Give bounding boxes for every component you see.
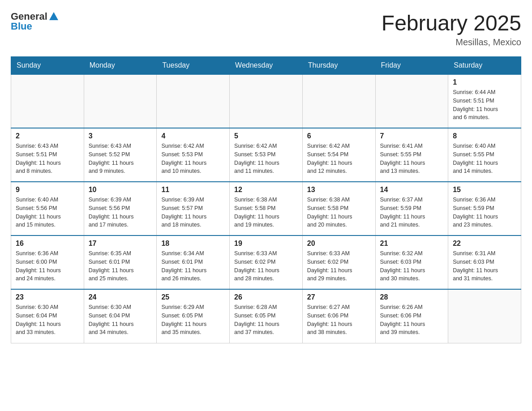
day-info: Sunrise: 6:39 AMSunset: 5:56 PMDaylight:… xyxy=(89,196,152,229)
day-number: 3 xyxy=(89,132,152,140)
weekday-header-friday: Friday xyxy=(375,57,448,75)
calendar-cell: 22Sunrise: 6:31 AMSunset: 6:03 PMDayligh… xyxy=(448,235,521,289)
calendar-cell: 15Sunrise: 6:36 AMSunset: 5:59 PMDayligh… xyxy=(448,182,521,235)
week-row-3: 9Sunrise: 6:40 AMSunset: 5:56 PMDaylight… xyxy=(11,182,521,235)
day-info: Sunrise: 6:44 AMSunset: 5:51 PMDaylight:… xyxy=(453,88,516,122)
calendar-cell: 9Sunrise: 6:40 AMSunset: 5:56 PMDaylight… xyxy=(11,182,84,235)
day-number: 13 xyxy=(307,186,371,194)
calendar-cell: 7Sunrise: 6:41 AMSunset: 5:55 PMDaylight… xyxy=(375,128,448,182)
day-info: Sunrise: 6:30 AMSunset: 6:04 PMDaylight:… xyxy=(89,303,152,337)
calendar-cell: 19Sunrise: 6:33 AMSunset: 6:02 PMDayligh… xyxy=(230,235,303,289)
day-info: Sunrise: 6:38 AMSunset: 5:58 PMDaylight:… xyxy=(234,196,298,229)
day-info: Sunrise: 6:30 AMSunset: 6:04 PMDaylight:… xyxy=(16,303,79,337)
day-info: Sunrise: 6:42 AMSunset: 5:54 PMDaylight:… xyxy=(307,142,371,176)
day-number: 9 xyxy=(16,186,79,194)
day-info: Sunrise: 6:33 AMSunset: 6:02 PMDaylight:… xyxy=(234,249,298,283)
day-number: 28 xyxy=(380,293,444,301)
day-number: 8 xyxy=(453,132,516,140)
day-number: 21 xyxy=(380,240,444,248)
day-info: Sunrise: 6:28 AMSunset: 6:05 PMDaylight:… xyxy=(234,303,298,337)
day-info: Sunrise: 6:42 AMSunset: 5:53 PMDaylight:… xyxy=(161,142,225,176)
day-number: 27 xyxy=(307,293,371,301)
day-number: 20 xyxy=(307,240,371,248)
day-info: Sunrise: 6:31 AMSunset: 6:03 PMDaylight:… xyxy=(453,249,516,283)
calendar-cell xyxy=(11,74,84,128)
day-number: 1 xyxy=(453,78,516,86)
weekday-header-wednesday: Wednesday xyxy=(230,57,303,75)
calendar-cell: 28Sunrise: 6:26 AMSunset: 6:06 PMDayligh… xyxy=(375,289,448,343)
calendar-cell: 18Sunrise: 6:34 AMSunset: 6:01 PMDayligh… xyxy=(157,235,230,289)
calendar-cell: 24Sunrise: 6:30 AMSunset: 6:04 PMDayligh… xyxy=(84,289,157,343)
day-number: 19 xyxy=(234,240,298,248)
day-number: 14 xyxy=(380,186,444,194)
day-number: 6 xyxy=(307,132,371,140)
day-number: 25 xyxy=(161,293,225,301)
week-row-2: 2Sunrise: 6:43 AMSunset: 5:51 PMDaylight… xyxy=(11,128,521,182)
calendar-cell xyxy=(84,74,157,128)
day-number: 17 xyxy=(89,240,152,248)
calendar-cell xyxy=(230,74,303,128)
weekday-header-monday: Monday xyxy=(84,57,157,75)
day-info: Sunrise: 6:40 AMSunset: 5:55 PMDaylight:… xyxy=(453,142,516,176)
calendar-cell xyxy=(302,74,375,128)
day-number: 18 xyxy=(161,240,225,248)
calendar-cell xyxy=(157,74,230,128)
day-info: Sunrise: 6:40 AMSunset: 5:56 PMDaylight:… xyxy=(16,196,79,229)
week-row-4: 16Sunrise: 6:36 AMSunset: 6:00 PMDayligh… xyxy=(11,235,521,289)
calendar-cell xyxy=(448,289,521,343)
day-number: 22 xyxy=(453,240,516,248)
day-info: Sunrise: 6:39 AMSunset: 5:57 PMDaylight:… xyxy=(161,196,225,229)
calendar-cell: 11Sunrise: 6:39 AMSunset: 5:57 PMDayligh… xyxy=(157,182,230,235)
calendar-cell: 26Sunrise: 6:28 AMSunset: 6:05 PMDayligh… xyxy=(230,289,303,343)
day-number: 23 xyxy=(16,293,79,301)
calendar-cell: 1Sunrise: 6:44 AMSunset: 5:51 PMDaylight… xyxy=(448,74,521,128)
calendar-cell: 12Sunrise: 6:38 AMSunset: 5:58 PMDayligh… xyxy=(230,182,303,235)
day-number: 16 xyxy=(16,240,79,248)
day-info: Sunrise: 6:29 AMSunset: 6:05 PMDaylight:… xyxy=(161,303,225,337)
calendar-cell: 14Sunrise: 6:37 AMSunset: 5:59 PMDayligh… xyxy=(375,182,448,235)
day-info: Sunrise: 6:38 AMSunset: 5:58 PMDaylight:… xyxy=(307,196,371,229)
logo-triangle-icon xyxy=(49,12,58,20)
calendar-cell: 5Sunrise: 6:42 AMSunset: 5:53 PMDaylight… xyxy=(230,128,303,182)
day-info: Sunrise: 6:43 AMSunset: 5:51 PMDaylight:… xyxy=(16,142,79,176)
calendar-cell: 21Sunrise: 6:32 AMSunset: 6:03 PMDayligh… xyxy=(375,235,448,289)
weekday-header-tuesday: Tuesday xyxy=(157,57,230,75)
day-number: 24 xyxy=(89,293,152,301)
weekday-header-thursday: Thursday xyxy=(302,57,375,75)
calendar-cell: 13Sunrise: 6:38 AMSunset: 5:58 PMDayligh… xyxy=(302,182,375,235)
calendar-cell: 25Sunrise: 6:29 AMSunset: 6:05 PMDayligh… xyxy=(157,289,230,343)
day-number: 7 xyxy=(380,132,444,140)
location-label: Mesillas, Mexico xyxy=(382,37,521,47)
calendar-cell: 16Sunrise: 6:36 AMSunset: 6:00 PMDayligh… xyxy=(11,235,84,289)
week-row-1: 1Sunrise: 6:44 AMSunset: 5:51 PMDaylight… xyxy=(11,74,521,128)
calendar-cell: 17Sunrise: 6:35 AMSunset: 6:01 PMDayligh… xyxy=(84,235,157,289)
calendar-cell: 20Sunrise: 6:33 AMSunset: 6:02 PMDayligh… xyxy=(302,235,375,289)
calendar-cell: 8Sunrise: 6:40 AMSunset: 5:55 PMDaylight… xyxy=(448,128,521,182)
calendar-cell: 27Sunrise: 6:27 AMSunset: 6:06 PMDayligh… xyxy=(302,289,375,343)
weekday-header-row: SundayMondayTuesdayWednesdayThursdayFrid… xyxy=(11,57,521,75)
day-number: 4 xyxy=(161,132,225,140)
calendar-cell: 6Sunrise: 6:42 AMSunset: 5:54 PMDaylight… xyxy=(302,128,375,182)
day-number: 12 xyxy=(234,186,298,194)
day-number: 15 xyxy=(453,186,516,194)
calendar-cell: 10Sunrise: 6:39 AMSunset: 5:56 PMDayligh… xyxy=(84,182,157,235)
calendar-cell: 23Sunrise: 6:30 AMSunset: 6:04 PMDayligh… xyxy=(11,289,84,343)
weekday-header-sunday: Sunday xyxy=(11,57,84,75)
month-title: February 2025 xyxy=(382,11,521,35)
day-number: 5 xyxy=(234,132,298,140)
day-info: Sunrise: 6:32 AMSunset: 6:03 PMDaylight:… xyxy=(380,249,444,283)
day-info: Sunrise: 6:35 AMSunset: 6:01 PMDaylight:… xyxy=(89,249,152,283)
day-info: Sunrise: 6:41 AMSunset: 5:55 PMDaylight:… xyxy=(380,142,444,176)
day-info: Sunrise: 6:33 AMSunset: 6:02 PMDaylight:… xyxy=(307,249,371,283)
day-info: Sunrise: 6:36 AMSunset: 5:59 PMDaylight:… xyxy=(453,196,516,229)
week-row-5: 23Sunrise: 6:30 AMSunset: 6:04 PMDayligh… xyxy=(11,289,521,343)
logo-blue-text: Blue xyxy=(11,21,32,32)
page-header: General Blue February 2025 Mesillas, Mex… xyxy=(11,11,521,47)
title-section: February 2025 Mesillas, Mexico xyxy=(382,11,521,47)
day-number: 10 xyxy=(89,186,152,194)
calendar-cell: 3Sunrise: 6:43 AMSunset: 5:52 PMDaylight… xyxy=(84,128,157,182)
weekday-header-saturday: Saturday xyxy=(448,57,521,75)
logo: General Blue xyxy=(11,11,58,32)
day-number: 11 xyxy=(161,186,225,194)
calendar-cell: 2Sunrise: 6:43 AMSunset: 5:51 PMDaylight… xyxy=(11,128,84,182)
